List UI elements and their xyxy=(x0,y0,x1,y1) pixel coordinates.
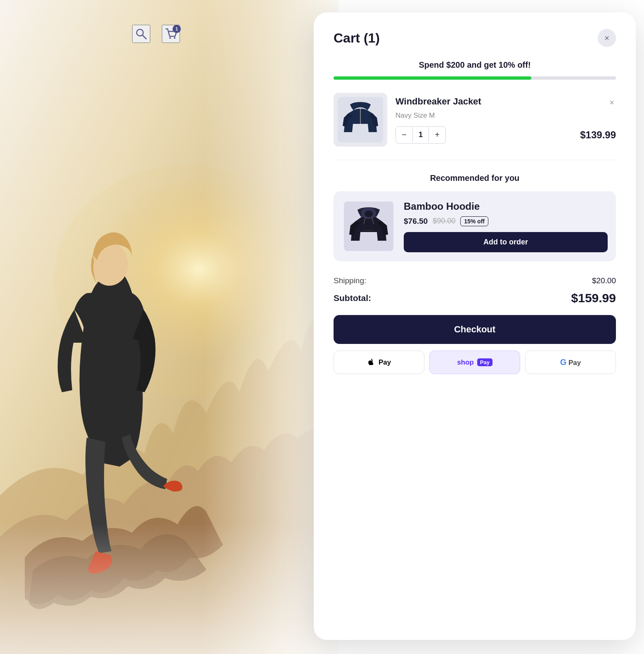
recommended-image xyxy=(342,199,395,253)
svg-point-7 xyxy=(169,37,171,39)
google-g: G Pay xyxy=(560,358,581,367)
recommended-pricing: $76.50 $90.00 15% off xyxy=(404,216,608,226)
apple-icon xyxy=(367,358,375,367)
cart-item: Windbreaker Jacket × Navy Size M − 1 + $… xyxy=(334,93,616,160)
quantity-decrease-button[interactable]: − xyxy=(396,127,412,143)
google-pay-button[interactable]: G Pay xyxy=(525,351,616,374)
subtotal-row: Subtotal: $159.99 xyxy=(334,291,616,305)
order-summary: Shipping: $20.00 Subtotal: $159.99 xyxy=(334,276,616,305)
promo-text: Spend $200 and get 10% off! xyxy=(334,60,616,70)
svg-rect-4 xyxy=(0,0,339,654)
search-button[interactable] xyxy=(132,25,150,43)
item-header-row: Windbreaker Jacket × xyxy=(395,96,616,109)
recommended-new-price: $76.50 xyxy=(404,217,428,226)
cart-badge: 1 xyxy=(173,25,181,33)
item-image xyxy=(334,93,387,147)
shop-pay-badge: Pay xyxy=(477,358,492,366)
recommended-title: Recommended for you xyxy=(334,173,616,183)
apple-pay-button[interactable]: Pay xyxy=(334,351,424,374)
recommended-name: Bamboo Hoodie xyxy=(404,201,608,212)
cart-content: Cart (1) × Spend $200 and get 10% off! xyxy=(314,12,636,640)
recommended-old-price: $90.00 xyxy=(433,217,455,225)
cart-header: Cart (1) × xyxy=(334,29,616,47)
recommended-details: Bamboo Hoodie $76.50 $90.00 15% off Add … xyxy=(404,201,608,252)
remove-icon: × xyxy=(609,98,614,107)
item-remove-button[interactable]: × xyxy=(608,96,616,109)
item-name: Windbreaker Jacket xyxy=(395,96,481,107)
quantity-control: − 1 + xyxy=(395,126,446,144)
subtotal-label: Subtotal: xyxy=(334,293,371,303)
shipping-row: Shipping: $20.00 xyxy=(334,276,616,285)
svg-point-13 xyxy=(365,211,373,217)
shop-pay-button[interactable]: shop Pay xyxy=(429,351,520,374)
item-details: Windbreaker Jacket × Navy Size M − 1 + $… xyxy=(395,96,616,144)
recommended-card: Bamboo Hoodie $76.50 $90.00 15% off Add … xyxy=(334,191,616,261)
shop-pay-label: shop xyxy=(457,358,474,367)
discount-badge: 15% off xyxy=(460,216,488,226)
close-button[interactable]: × xyxy=(598,29,616,47)
shipping-value: $20.00 xyxy=(592,276,616,285)
background-panel xyxy=(0,0,339,654)
payment-methods: Pay shop Pay G Pay xyxy=(334,351,616,374)
header-icons: 1 xyxy=(132,25,180,43)
item-price: $139.99 xyxy=(580,129,616,141)
svg-point-8 xyxy=(174,37,175,39)
cart-panel: Cart (1) × Spend $200 and get 10% off! xyxy=(314,12,636,640)
progress-bar-fill xyxy=(334,76,531,80)
svg-line-6 xyxy=(142,35,146,39)
cart-title: Cart (1) xyxy=(334,31,380,46)
close-icon: × xyxy=(604,33,609,43)
quantity-value: 1 xyxy=(412,127,429,142)
progress-bar-container xyxy=(334,76,616,80)
apple-pay-label: Pay xyxy=(379,358,391,367)
shipping-label: Shipping: xyxy=(334,276,366,285)
quantity-row: − 1 + $139.99 xyxy=(395,126,616,144)
item-variant: Navy Size M xyxy=(395,111,616,120)
cart-icon-button[interactable]: 1 xyxy=(162,25,180,43)
checkout-button[interactable]: Checkout xyxy=(334,315,616,344)
promo-banner: Spend $200 and get 10% off! xyxy=(334,60,616,70)
subtotal-value: $159.99 xyxy=(571,291,616,305)
add-to-order-button[interactable]: Add to order xyxy=(404,232,608,252)
quantity-increase-button[interactable]: + xyxy=(429,127,445,143)
